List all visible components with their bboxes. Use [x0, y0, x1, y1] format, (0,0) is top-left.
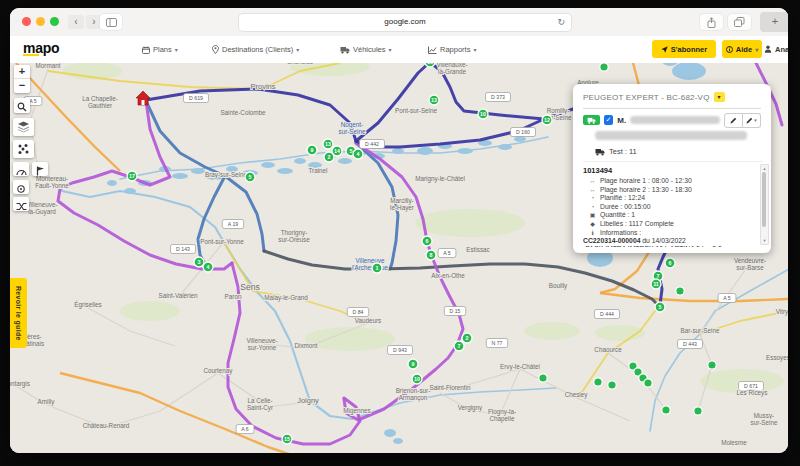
stop-marker-number: 12	[544, 117, 550, 123]
scroll-up-icon[interactable]: ▲	[761, 166, 768, 171]
stop-marker-number: 4	[357, 151, 360, 157]
user-menu[interactable]: Analyse ▾	[764, 40, 788, 58]
client-name-prefix: M.	[617, 116, 626, 125]
road-badge-label: D 143	[176, 246, 190, 252]
menu-label: Plans	[153, 45, 172, 54]
stop-marker-number: 16	[427, 63, 433, 65]
map-layers-button[interactable]	[13, 118, 34, 136]
town-label: Dixmont	[294, 342, 317, 349]
road-badge-label: A 19	[228, 221, 238, 227]
town-label: Chaource	[594, 346, 622, 353]
minimize-window-button[interactable]	[36, 17, 45, 26]
menu-label: Destinations (Clients)	[222, 45, 293, 54]
stop-marker-number: 5	[659, 304, 662, 310]
road-badge-label: N 77	[492, 340, 503, 346]
map-flag-button[interactable]	[32, 162, 48, 176]
water-area	[277, 168, 293, 174]
town-label: Villeneuve-la-Guyard	[26, 201, 57, 216]
vehicle-tag-label: Test : 11	[609, 147, 637, 156]
detail-row: ↔Plage horaire 2 : 13:30 - 18:30	[589, 186, 763, 195]
town-label: Nogent-sur-Seine	[339, 121, 366, 135]
scrollbar-thumb[interactable]	[762, 172, 766, 227]
edit-visit-menu-button[interactable]: ▾	[743, 113, 761, 128]
water-area	[107, 180, 117, 186]
road-badge-label: D 373	[491, 94, 505, 100]
stop-marker-number: 9	[311, 147, 314, 153]
stop-marker-number: 10	[480, 111, 486, 117]
sidebar-toggle-button[interactable]	[100, 14, 122, 30]
layers-icon	[17, 121, 30, 133]
road-highway	[60, 373, 298, 453]
guide-tab[interactable]: Revoir le guide	[10, 278, 27, 348]
stop-marker-dot[interactable]	[608, 381, 616, 389]
stop-marker-dot[interactable]	[708, 361, 716, 369]
visit-checkbox[interactable]: ✓	[604, 115, 614, 125]
info-icon	[726, 46, 733, 53]
user-icon	[764, 45, 772, 53]
depot-marker[interactable]	[136, 91, 150, 105]
road-badge-label: A 5	[723, 295, 731, 301]
subscribe-button[interactable]: S'abonner	[652, 40, 716, 58]
stop-marker-number: 7	[458, 343, 461, 349]
town-label: Vitry	[776, 308, 788, 316]
stop-marker-dot[interactable]	[662, 406, 670, 414]
town-label: Mormant	[36, 63, 61, 69]
water-area	[672, 63, 706, 80]
mapo-logo[interactable]: mapo	[23, 40, 59, 56]
vehicle-dropdown-button[interactable]: ▾	[714, 92, 725, 102]
route-polyline[interactable]	[198, 176, 225, 264]
new-tab-button[interactable]: +	[760, 12, 788, 32]
road-highway	[600, 293, 788, 301]
stop-marker-number: 8	[430, 252, 433, 258]
stop-marker-dot[interactable]	[594, 378, 602, 386]
back-button[interactable]: ‹	[68, 15, 84, 29]
stop-marker-dot[interactable]	[600, 63, 608, 71]
scroll-down-icon[interactable]: ▼	[761, 238, 768, 243]
map-clusters-button[interactable]	[13, 140, 34, 158]
vehicle-tag-row: Test : 11	[595, 147, 637, 156]
forest-area	[120, 301, 180, 321]
tabs-overview-button[interactable]	[728, 14, 751, 30]
gauge-icon	[16, 167, 27, 176]
edit-visit-button[interactable]	[724, 113, 743, 128]
route-polyline[interactable]	[344, 143, 463, 420]
share-button[interactable]	[700, 14, 723, 30]
client-address-redacted	[595, 131, 747, 140]
search-icon	[17, 102, 27, 112]
help-button[interactable]: Aide ▾	[722, 40, 762, 58]
map-routes-toggle-button[interactable]	[13, 197, 29, 211]
stop-marker-dot[interactable]	[644, 379, 652, 387]
guide-tab-label: Revoir le guide	[15, 286, 22, 341]
town-label: Marcilly-le-Hayer	[390, 197, 414, 212]
road-badge-label: D 619	[189, 95, 203, 101]
panel-scrollbar[interactable]: ▲ ▼	[760, 164, 769, 245]
road-badge-label: D 160	[516, 129, 530, 135]
menu-plans[interactable]: Plans ▾	[142, 36, 178, 63]
menu-destinations[interactable]: Destinations (Clients) ▾	[212, 36, 299, 63]
stop-marker-dot[interactable]	[539, 374, 547, 382]
menu-vehicules[interactable]: Véhicules ▾	[340, 36, 392, 63]
refresh-icon[interactable]: ↻	[557, 14, 565, 30]
close-window-button[interactable]	[22, 17, 31, 26]
document-reference: CC220314-000004 du 14/03/2022	[583, 237, 763, 245]
address-bar[interactable]: google.com ↻	[238, 13, 572, 32]
town-label: Brienon-sur-Armançon	[396, 387, 431, 402]
stop-marker-dot[interactable]	[676, 287, 684, 295]
town-label: Pont-sur-Seine	[395, 107, 437, 114]
menu-rapports[interactable]: Rapports ▾	[428, 36, 476, 63]
map-locate-button[interactable]	[13, 180, 29, 194]
town-label: Les Riceys	[737, 389, 768, 397]
subscribe-label: S'abonner	[671, 45, 707, 54]
stop-marker-dot[interactable]	[694, 407, 702, 415]
zoom-window-button[interactable]	[50, 17, 59, 26]
map-search-button[interactable]	[14, 98, 30, 113]
zoom-in-button[interactable]: +	[14, 65, 30, 79]
map-traffic-button[interactable]	[13, 162, 29, 176]
town-label: Villeneuve-sur-Yonne	[246, 337, 277, 351]
route-color-chip	[583, 115, 600, 125]
town-label: Flogny-la-Chapelle	[488, 408, 516, 423]
chevron-down-icon: ▾	[296, 46, 299, 53]
divider	[583, 108, 761, 109]
zoom-out-button[interactable]: −	[14, 79, 30, 92]
url-text: google.com	[384, 17, 425, 26]
